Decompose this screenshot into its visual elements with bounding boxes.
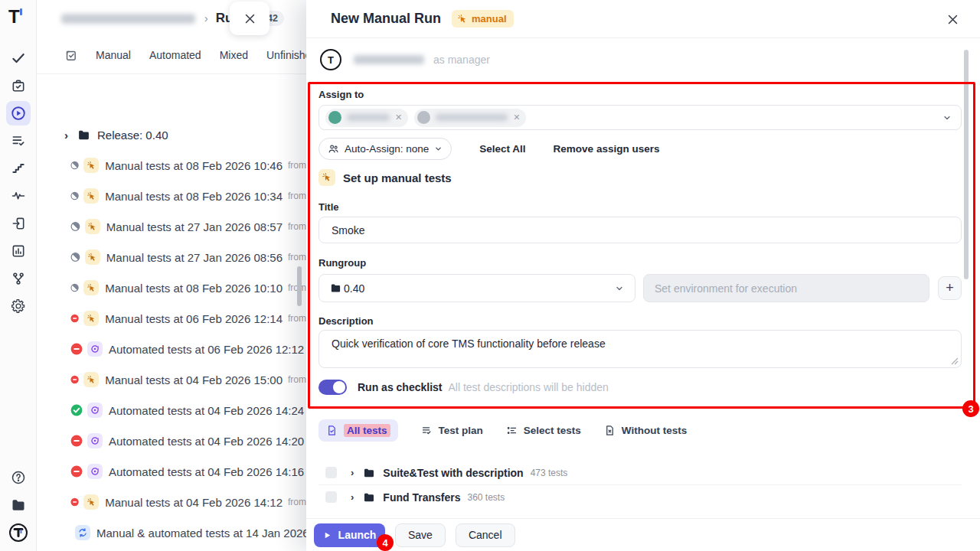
add-environment-button[interactable]: + <box>938 276 962 300</box>
run-row[interactable]: Manual tests at 27 Jan 2026 08:57from <box>37 211 306 242</box>
bar-chart-icon[interactable] <box>6 239 31 263</box>
setup-manual-tests-heading: Set up manual tests <box>318 169 452 186</box>
auto-assign-button[interactable]: Auto-Assign: none <box>318 138 452 160</box>
launch-button[interactable]: Launch <box>314 523 385 547</box>
tab-unfinished[interactable]: Unfinished <box>266 49 306 61</box>
assignee-chip[interactable]: ✕ <box>414 109 526 127</box>
logo-circle-icon[interactable] <box>6 520 31 545</box>
select-all-button[interactable]: Select All <box>479 143 525 155</box>
app-logo[interactable]: T <box>8 6 20 28</box>
chevron-right-icon[interactable]: › <box>351 467 354 478</box>
assignee-name-blurred <box>436 114 508 121</box>
tab-test-plan[interactable]: Test plan <box>421 425 483 436</box>
run-row[interactable]: Automated tests at 04 Feb 2026 14:20 <box>37 425 306 456</box>
run-row[interactable]: Manual tests at 06 Feb 2026 12:14from <box>37 303 306 334</box>
assign-to-select[interactable]: ✕ ✕ <box>318 105 962 130</box>
rungroup-select[interactable]: 0.40 <box>318 274 635 302</box>
title-input[interactable]: Smoke <box>318 217 962 243</box>
tab-mixed[interactable]: Mixed <box>220 49 248 61</box>
run-type-icon <box>83 311 99 326</box>
list-check-icon[interactable] <box>6 129 31 153</box>
run-row[interactable]: Automated tests at 04 Feb 2026 14:16 <box>37 456 306 487</box>
run-row[interactable]: Manual tests at 08 Feb 2026 10:34from <box>37 181 306 211</box>
automated-run-icon <box>90 435 100 446</box>
run-row[interactable]: Manual tests at 08 Feb 2026 10:10from <box>37 272 306 303</box>
assignee-chip[interactable]: ✕ <box>325 109 408 127</box>
import-box-icon[interactable] <box>6 211 31 236</box>
run-title: Automated tests at 06 Feb 2026 12:12 <box>109 343 304 356</box>
suite-checkbox[interactable] <box>325 467 337 478</box>
environment-input[interactable]: Set environment for execution <box>643 274 929 302</box>
chevron-right-icon[interactable]: › <box>64 129 68 142</box>
modal-scrollbar[interactable] <box>964 50 969 279</box>
suite-row[interactable]: ›Fund Transfers360 tests <box>318 485 962 509</box>
tab-select-tests[interactable]: Select tests <box>506 425 581 436</box>
steps-icon[interactable] <box>6 156 31 181</box>
run-meta-text: from <box>288 497 306 507</box>
list-check-icon <box>421 425 433 436</box>
title-label: Title <box>318 201 339 213</box>
description-textarea[interactable]: Quick verification of core TMS functiona… <box>318 330 962 368</box>
release-folder-row[interactable]: › Release: 0.40 <box>37 119 306 150</box>
run-row[interactable]: Manual tests at 04 Feb 2026 14:12from <box>37 487 306 517</box>
save-button[interactable]: Save <box>395 523 446 547</box>
run-row[interactable]: Manual tests at 27 Jan 2026 08:56from <box>37 242 306 272</box>
folder-icon <box>363 491 375 504</box>
modal-title: New Manual Run <box>331 11 441 27</box>
assignee-avatar <box>417 111 430 124</box>
run-row[interactable]: Automated tests at 04 Feb 2026 14:24 <box>37 395 306 425</box>
tab-manual[interactable]: Manual <box>96 49 131 61</box>
project-name-blurred[interactable] <box>61 14 195 24</box>
resize-handle-icon[interactable] <box>951 357 959 365</box>
breadcrumb-separator: › <box>204 12 208 24</box>
failed-status-icon <box>70 496 79 508</box>
check-icon[interactable] <box>6 46 31 70</box>
tab-automated[interactable]: Automated <box>149 49 201 61</box>
task-bag-check-icon[interactable] <box>6 73 31 98</box>
cancel-button[interactable]: Cancel <box>456 523 515 547</box>
automated-run-icon <box>90 344 100 354</box>
run-row[interactable]: Manual & automated tests at 14 Jan 2026 <box>37 517 306 548</box>
remove-chip-icon[interactable]: ✕ <box>513 112 520 122</box>
help-circle-icon[interactable] <box>6 465 31 490</box>
chevron-right-icon[interactable]: › <box>351 491 354 503</box>
run-title: Manual tests at 08 Feb 2026 10:34 <box>105 190 283 203</box>
tab-all-tests[interactable]: All tests <box>318 419 398 442</box>
run-row[interactable]: Automated tests at 06 Feb 2026 12:12 <box>37 334 306 364</box>
panel-close-button[interactable] <box>230 2 270 35</box>
checklist-label: Run as checklist <box>358 381 443 393</box>
select-runs-icon[interactable] <box>64 49 77 62</box>
run-as-checklist-row: Run as checklist All test descriptions w… <box>318 380 609 395</box>
logo-accent <box>20 8 22 15</box>
runs-scrollbar[interactable] <box>297 266 302 306</box>
remove-assign-users-button[interactable]: Remove assign users <box>554 143 660 155</box>
suite-row[interactable]: ›Suite&Test with description473 tests <box>318 461 962 484</box>
folder-icon[interactable] <box>6 493 31 517</box>
gear-icon[interactable] <box>6 294 31 318</box>
play-circle-icon[interactable] <box>6 101 31 126</box>
checklist-toggle[interactable] <box>318 380 347 395</box>
manual-run-icon <box>318 169 335 186</box>
manual-run-icon <box>87 222 97 232</box>
plus-icon: + <box>946 280 954 296</box>
app-window: T <box>0 0 980 551</box>
tab-without-tests[interactable]: Without tests <box>604 425 687 436</box>
owner-name-blurred <box>354 55 424 64</box>
run-title: Manual tests at 04 Feb 2026 15:00 <box>105 373 283 386</box>
test-selection-tabs: All testsTest planSelect testsWithout te… <box>318 419 687 442</box>
run-row[interactable]: Manual tests at 04 Feb 2026 15:00from <box>37 364 306 395</box>
git-branch-icon[interactable] <box>6 266 31 291</box>
run-row[interactable]: Manual tests at 08 Feb 2026 10:46from <box>37 150 306 181</box>
run-title: Automated tests at 04 Feb 2026 14:24 <box>109 404 304 417</box>
remove-chip-icon[interactable]: ✕ <box>395 112 402 122</box>
run-type-icon <box>87 341 103 357</box>
tests-tree: ›Suite&Test with description473 tests›Fu… <box>318 461 962 509</box>
run-meta-text: from <box>288 313 306 324</box>
folder-icon <box>363 467 375 479</box>
suite-checkbox[interactable] <box>325 491 337 503</box>
pulse-icon[interactable] <box>6 184 31 208</box>
file-x-icon <box>604 425 616 436</box>
run-title: Manual tests at 27 Jan 2026 08:56 <box>106 251 283 264</box>
modal-close-button[interactable] <box>945 11 960 27</box>
run-title: Manual tests at 08 Feb 2026 10:10 <box>105 282 283 295</box>
